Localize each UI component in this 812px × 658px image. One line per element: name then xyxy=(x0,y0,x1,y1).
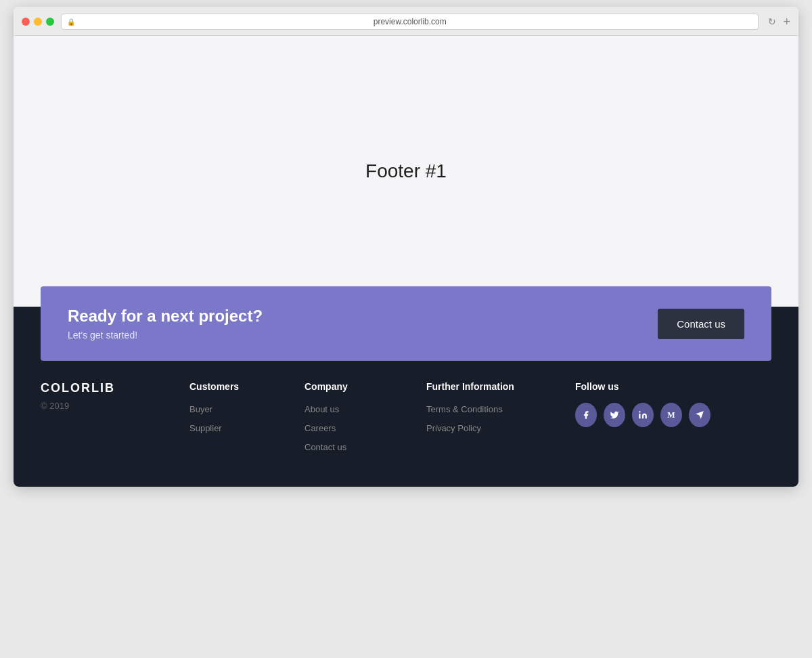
cta-heading: Ready for a next project? xyxy=(68,307,263,326)
page-content-area: Footer #1 xyxy=(14,36,798,307)
terms-link[interactable]: Terms & Conditions xyxy=(426,404,503,414)
traffic-lights xyxy=(22,18,54,26)
address-bar[interactable]: preview.colorlib.com xyxy=(61,14,759,30)
further-info-heading: Further Information xyxy=(426,381,562,392)
svg-point-0 xyxy=(639,411,640,412)
footer-col-company: Company About us Careers Contact us xyxy=(304,381,413,460)
social-icons: M xyxy=(575,403,710,427)
about-us-link[interactable]: About us xyxy=(304,404,339,414)
facebook-icon[interactable] xyxy=(575,403,597,427)
list-item: Privacy Policy xyxy=(426,422,562,434)
list-item: Buyer xyxy=(189,403,291,415)
footer-brand: COLORLIB © 2019 xyxy=(41,381,176,460)
maximize-button[interactable] xyxy=(46,18,54,26)
footer-section: Ready for a next project? Let's get star… xyxy=(14,307,798,487)
supplier-link[interactable]: Supplier xyxy=(189,423,222,433)
minimize-button[interactable] xyxy=(34,18,42,26)
further-info-list: Terms & Conditions Privacy Policy xyxy=(426,403,562,434)
medium-icon[interactable]: M xyxy=(660,403,682,427)
careers-link[interactable]: Careers xyxy=(304,423,336,433)
list-item: Contact us xyxy=(304,441,413,453)
copyright-text: © 2019 xyxy=(41,401,176,411)
twitter-icon[interactable] xyxy=(604,403,625,427)
customers-list: Buyer Supplier xyxy=(189,403,291,434)
company-list: About us Careers Contact us xyxy=(304,403,413,453)
list-item: Supplier xyxy=(189,422,291,434)
cta-banner: Ready for a next project? Let's get star… xyxy=(41,286,771,361)
refresh-button[interactable]: ↻ xyxy=(768,16,776,27)
list-item: Careers xyxy=(304,422,413,434)
social-section: Follow us M xyxy=(575,381,710,460)
cta-contact-button[interactable]: Contact us xyxy=(658,309,744,339)
buyer-link[interactable]: Buyer xyxy=(189,404,212,414)
social-heading: Follow us xyxy=(575,381,710,392)
linkedin-icon[interactable] xyxy=(632,403,654,427)
privacy-link[interactable]: Privacy Policy xyxy=(426,423,481,433)
footer-col-customers: Customers Buyer Supplier xyxy=(189,381,291,460)
footer-bottom: COLORLIB © 2019 Customers Buyer Supplier… xyxy=(14,381,798,487)
footer-col-further-info: Further Information Terms & Conditions P… xyxy=(426,381,562,460)
list-item: Terms & Conditions xyxy=(426,403,562,415)
browser-window: preview.colorlib.com ↻ + Footer #1 Ready… xyxy=(14,7,798,487)
page-title: Footer #1 xyxy=(365,160,447,182)
brand-name: COLORLIB xyxy=(41,381,176,395)
contact-us-link[interactable]: Contact us xyxy=(304,442,346,452)
telegram-icon[interactable] xyxy=(689,403,710,427)
cta-text: Ready for a next project? Let's get star… xyxy=(68,307,263,341)
new-tab-button[interactable]: + xyxy=(783,15,790,29)
close-button[interactable] xyxy=(22,18,30,26)
list-item: About us xyxy=(304,403,413,415)
browser-chrome: preview.colorlib.com ↻ + xyxy=(14,7,798,36)
url-text: preview.colorlib.com xyxy=(374,17,447,26)
customers-heading: Customers xyxy=(189,381,291,392)
cta-subtext: Let's get started! xyxy=(68,330,263,341)
company-heading: Company xyxy=(304,381,413,392)
